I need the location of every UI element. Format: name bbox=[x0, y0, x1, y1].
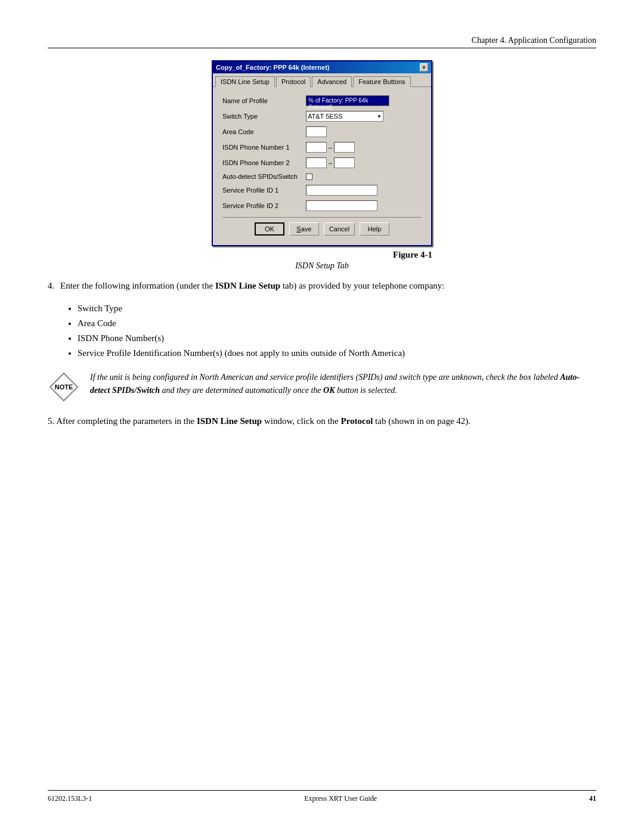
save-button[interactable]: Save bbox=[289, 222, 319, 236]
dialog-window: Copy_of_Factory: PPP 64k (Internet) × IS… bbox=[212, 60, 432, 246]
note-text-3: button is selected. bbox=[335, 386, 397, 395]
step5-number: 5. bbox=[48, 416, 54, 426]
checkbox-auto-detect[interactable] bbox=[306, 174, 312, 180]
footer-doc-title: Express XRT User Guide bbox=[304, 794, 377, 803]
input-phone-2-prefix[interactable] bbox=[306, 157, 327, 168]
dialog-content: Name of Profile % of Factory: PPP 64k (I… bbox=[213, 87, 431, 245]
input-area-code[interactable] bbox=[306, 126, 327, 137]
tab-protocol[interactable]: Protocol bbox=[276, 76, 311, 87]
dialog-tabs: ISDN Line Setup Protocol Advanced Featur… bbox=[213, 73, 431, 87]
ok-button[interactable]: OK bbox=[255, 222, 284, 236]
form-row-switch-type: Switch Type AT&T 5ESS ▼ bbox=[222, 111, 422, 122]
form-row-auto-detect: Auto-detect SPIDs/Switch bbox=[222, 173, 422, 180]
dialog-title: Copy_of_Factory: PPP 64k (Internet) bbox=[216, 64, 330, 71]
input-phone-2-number[interactable] bbox=[334, 157, 355, 168]
figure-container: Copy_of_Factory: PPP 64k (Internet) × IS… bbox=[48, 60, 596, 271]
select-switch-type[interactable]: AT&T 5ESS ▼ bbox=[306, 111, 383, 122]
bullet-item-switch-type: Switch Type bbox=[78, 301, 596, 316]
label-name-of-profile: Name of Profile bbox=[222, 97, 306, 104]
step4-number: 4. bbox=[48, 281, 54, 290]
note-ok: OK bbox=[323, 386, 335, 395]
note-container: NOTE If the unit is being configured in … bbox=[48, 371, 596, 404]
svg-text:NOTE: NOTE bbox=[55, 383, 73, 391]
bullet-item-isdn-phone: ISDN Phone Number(s) bbox=[78, 331, 596, 346]
phone-dash-2: – bbox=[329, 159, 332, 166]
form-row-spid-1: Service Profile ID 1 bbox=[222, 185, 422, 196]
step5-text-end: tab (shown in on page 42). bbox=[373, 416, 470, 426]
label-auto-detect: Auto-detect SPIDs/Switch bbox=[222, 173, 306, 180]
figure-number: Figure 4-1 bbox=[393, 250, 432, 259]
note-text: If the unit is being configured in North… bbox=[90, 371, 596, 397]
note-icon: NOTE bbox=[48, 371, 80, 404]
step4-text-start: Enter the following information (under t… bbox=[60, 281, 215, 290]
phone-row-2: – bbox=[306, 157, 355, 168]
input-spid-1[interactable] bbox=[306, 185, 377, 196]
bullet-item-spid: Service Profile Identification Number(s)… bbox=[78, 346, 596, 361]
dialog-buttons: OK Save Cancel Help bbox=[222, 217, 422, 239]
step4-container: 4. Enter the following information (unde… bbox=[48, 279, 596, 293]
label-spid-2: Service Profile ID 2 bbox=[222, 202, 306, 209]
label-phone-2: ISDN Phone Number 2 bbox=[222, 159, 306, 166]
form-row-phone-2: ISDN Phone Number 2 – bbox=[222, 157, 422, 168]
dialog-close-button[interactable]: × bbox=[420, 63, 428, 72]
select-switch-type-value: AT&T 5ESS bbox=[308, 113, 342, 120]
input-spid-2[interactable] bbox=[306, 200, 377, 211]
input-name-of-profile[interactable]: % of Factory: PPP 64k (Internet) bbox=[306, 95, 389, 106]
step5-bold: ISDN Line Setup bbox=[197, 416, 262, 426]
form-row-name-of-profile: Name of Profile % of Factory: PPP 64k (I… bbox=[222, 95, 422, 106]
bullet-item-area-code: Area Code bbox=[78, 316, 596, 331]
page-footer: 61202.153L3-1 Express XRT User Guide 41 bbox=[48, 790, 596, 803]
step5-bold2: Protocol bbox=[340, 416, 373, 426]
chapter-header: Chapter 4. Application Configuration bbox=[48, 36, 596, 48]
help-button[interactable]: Help bbox=[360, 222, 389, 236]
footer-page-number: 41 bbox=[589, 794, 596, 803]
dialog-titlebar: Copy_of_Factory: PPP 64k (Internet) × bbox=[213, 61, 431, 73]
label-spid-1: Service Profile ID 1 bbox=[222, 187, 306, 194]
bullet-list: Switch Type Area Code ISDN Phone Number(… bbox=[78, 301, 596, 360]
note-text-1: If the unit is being configured in North… bbox=[90, 373, 560, 382]
form-row-spid-2: Service Profile ID 2 bbox=[222, 200, 422, 211]
chapter-title: Chapter 4. Application Configuration bbox=[472, 36, 596, 45]
figure-caption: ISDN Setup Tab bbox=[295, 261, 349, 271]
form-row-area-code: Area Code bbox=[222, 126, 422, 137]
input-phone-1-prefix[interactable] bbox=[306, 142, 327, 153]
dropdown-arrow-icon: ▼ bbox=[377, 114, 382, 119]
step5-container: 5. After completing the parameters in th… bbox=[48, 414, 596, 428]
input-phone-1-number[interactable] bbox=[334, 142, 355, 153]
footer-doc-number: 61202.153L3-1 bbox=[48, 794, 92, 803]
tab-feature-buttons[interactable]: Feature Buttons bbox=[353, 76, 410, 87]
note-diamond-icon: NOTE bbox=[48, 371, 80, 404]
cancel-button[interactable]: Cancel bbox=[324, 222, 355, 236]
note-text-2: and they are determined automatically on… bbox=[160, 386, 323, 395]
form-row-phone-1: ISDN Phone Number 1 – bbox=[222, 142, 422, 153]
tab-isdn-line-setup[interactable]: ISDN Line Setup bbox=[215, 76, 275, 87]
figure-label-container: Figure 4-1 bbox=[212, 250, 432, 260]
label-switch-type: Switch Type bbox=[222, 113, 306, 120]
step4-text-end: tab) as provided by your telephone compa… bbox=[280, 281, 444, 290]
tab-advanced[interactable]: Advanced bbox=[312, 76, 352, 87]
label-phone-1: ISDN Phone Number 1 bbox=[222, 144, 306, 151]
phone-dash-1: – bbox=[329, 144, 332, 151]
label-area-code: Area Code bbox=[222, 128, 306, 135]
step5-text-mid: win­dow, click on the bbox=[262, 416, 340, 426]
step5-text-start: After completing the parameters in the bbox=[56, 416, 197, 426]
step4-bold: ISDN Line Setup bbox=[215, 281, 280, 290]
phone-row-1: – bbox=[306, 142, 355, 153]
